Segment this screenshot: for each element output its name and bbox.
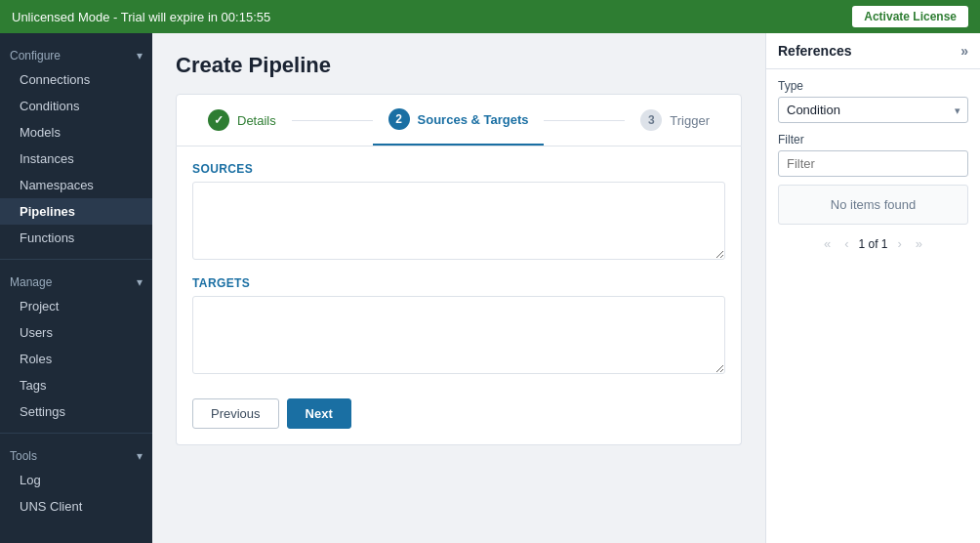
unlicensed-mode-label: Unlicensed Mode — [12, 10, 109, 24]
wizard-step-details[interactable]: ✓ Details — [192, 96, 292, 145]
type-select[interactable]: Condition Source Target Function — [778, 97, 968, 123]
manage-label: Manage — [10, 275, 52, 289]
sources-label: Sources — [192, 162, 725, 176]
filter-label: Filter — [778, 133, 968, 146]
configure-chevron-icon: ▾ — [137, 49, 143, 63]
form-actions: Previous Next — [192, 398, 725, 429]
sidebar-item-users[interactable]: Users — [0, 319, 152, 346]
step-connector-2 — [544, 120, 625, 121]
banner-separator: - — [113, 10, 121, 24]
sidebar-section-manage: Manage ▾ Project Users Roles Tags Settin… — [0, 264, 152, 429]
wizard-step-sources-targets[interactable]: 2 Sources & Targets — [373, 95, 545, 146]
sidebar-item-functions[interactable]: Functions — [0, 225, 152, 251]
sidebar-item-namespaces[interactable]: Namespaces — [0, 172, 152, 198]
next-button[interactable]: Next — [287, 398, 351, 429]
configure-label: Configure — [10, 49, 61, 63]
type-select-wrapper: Condition Source Target Function ▾ — [778, 97, 968, 123]
step-details-label: Details — [237, 113, 276, 128]
references-header: References » — [766, 33, 980, 69]
tools-label: Tools — [10, 449, 37, 463]
step-trigger-label: Trigger — [670, 113, 710, 128]
targets-textarea[interactable] — [192, 296, 725, 374]
trial-banner: Unlicensed Mode - Trial will expire in 0… — [0, 0, 980, 33]
sidebar: Configure ▾ Connections Conditions Model… — [0, 33, 152, 543]
references-body: Type Condition Source Target Function ▾ … — [766, 69, 980, 263]
pagination-last-button[interactable]: » — [912, 234, 926, 253]
activate-license-button[interactable]: Activate License — [852, 6, 968, 27]
step-details-num: ✓ — [208, 109, 229, 131]
sidebar-item-project[interactable]: Project — [0, 293, 152, 319]
sidebar-item-tags[interactable]: Tags — [0, 372, 152, 398]
sidebar-item-roles[interactable]: Roles — [0, 346, 152, 372]
page-title: Create Pipeline — [176, 53, 742, 78]
sidebar-section-configure-header[interactable]: Configure ▾ — [0, 43, 152, 66]
sidebar-section-tools: Tools ▾ Log UNS Client — [0, 438, 152, 523]
sidebar-section-tools-header[interactable]: Tools ▾ — [0, 443, 152, 467]
banner-text: Unlicensed Mode - Trial will expire in 0… — [12, 10, 270, 24]
sources-textarea[interactable] — [192, 182, 725, 260]
previous-button[interactable]: Previous — [192, 398, 279, 429]
pagination-page-info: 1 of 1 — [858, 237, 887, 251]
manage-chevron-icon: ▾ — [137, 275, 143, 289]
step-sources-targets-label: Sources & Targets — [418, 112, 529, 127]
filter-input[interactable] — [778, 150, 968, 177]
trial-countdown: Trial will expire in 00:15:55 — [121, 10, 270, 24]
sidebar-item-connections[interactable]: Connections — [0, 66, 152, 93]
tools-chevron-icon: ▾ — [137, 449, 143, 463]
sidebar-section-manage-header[interactable]: Manage ▾ — [0, 270, 152, 293]
sidebar-item-conditions[interactable]: Conditions — [0, 93, 152, 119]
sidebar-item-log[interactable]: Log — [0, 467, 152, 493]
expand-icon[interactable]: » — [960, 43, 968, 59]
sidebar-item-pipelines[interactable]: Pipelines — [0, 198, 152, 225]
type-label: Type — [778, 79, 968, 93]
pagination: « ‹ 1 of 1 › » — [778, 234, 968, 253]
sidebar-item-settings[interactable]: Settings — [0, 398, 152, 425]
wizard-step-trigger[interactable]: 3 Trigger — [625, 96, 725, 145]
no-items-message: No items found — [778, 185, 968, 225]
pagination-first-button[interactable]: « — [820, 234, 835, 253]
sidebar-section-configure: Configure ▾ Connections Conditions Model… — [0, 37, 152, 255]
references-title: References — [778, 43, 852, 59]
sidebar-item-models[interactable]: Models — [0, 119, 152, 146]
sidebar-item-instances[interactable]: Instances — [0, 146, 152, 172]
targets-label: Targets — [192, 276, 725, 290]
wizard-steps: ✓ Details 2 Sources & Targets 3 Trigger — [176, 94, 742, 146]
pagination-next-button[interactable]: › — [894, 234, 906, 253]
step-sources-targets-num: 2 — [388, 108, 410, 130]
pagination-prev-button[interactable]: ‹ — [840, 234, 852, 253]
sidebar-item-uns-client[interactable]: UNS Client — [0, 493, 152, 520]
references-panel: References » Type Condition Source Targe… — [765, 33, 980, 543]
form-card: Sources Targets Previous Next — [176, 146, 742, 445]
step-trigger-num: 3 — [640, 109, 662, 131]
main-content: Create Pipeline ✓ Details 2 Sources & Ta… — [152, 33, 765, 543]
step-connector-1 — [292, 120, 373, 121]
